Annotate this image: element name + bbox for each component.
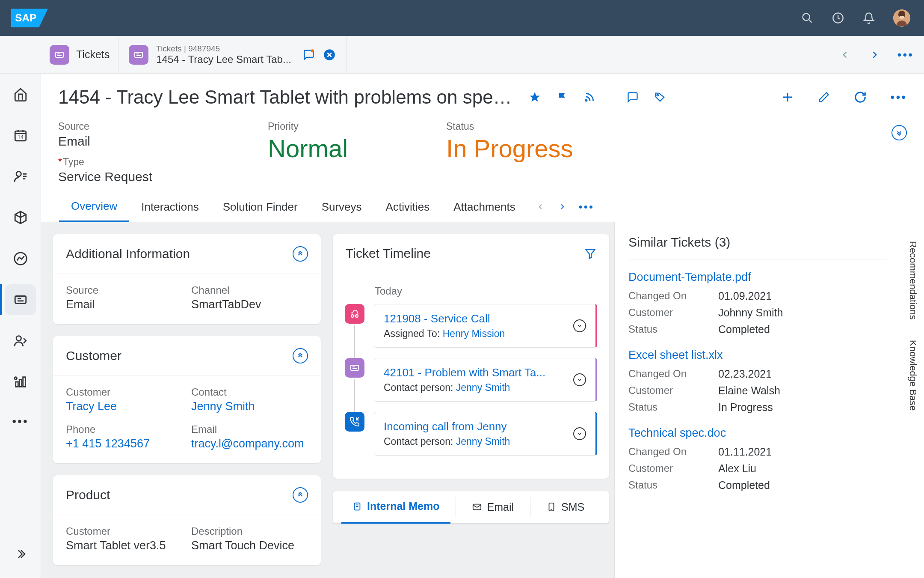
sap-logo[interactable]: SAP <box>11 9 48 27</box>
tab-interactions[interactable]: Interactions <box>129 193 210 221</box>
svg-text:SAP: SAP <box>15 12 36 24</box>
detail-tabs: Overview Interactions Solution Finder Su… <box>41 192 924 222</box>
workspace-tab-bar: Tickets Tickets | 9487945 1454 - Tracy L… <box>0 36 924 74</box>
cust-phone-link[interactable]: +1 415 1234567 <box>66 437 183 450</box>
svg-rect-31 <box>23 377 25 387</box>
tab-tickets-root[interactable]: Tickets <box>41 36 118 73</box>
collapse-button[interactable] <box>293 348 308 363</box>
timeline-item[interactable]: 42101 - Problem with Smart Ta... Contact… <box>374 358 597 402</box>
comment-icon[interactable] <box>627 91 639 103</box>
nav-tickets-icon[interactable] <box>12 291 29 308</box>
nav-more-icon[interactable]: ••• <box>12 414 28 428</box>
tab-next-icon[interactable] <box>868 49 880 61</box>
priority-label: Priority <box>268 121 348 132</box>
nav-contacts-icon[interactable] <box>12 168 29 185</box>
expand-item-button[interactable] <box>573 373 586 386</box>
flag-icon[interactable] <box>556 91 568 103</box>
memo-card: Internal Memo Email SMS <box>333 491 609 524</box>
tab-surveys[interactable]: Surveys <box>310 193 374 221</box>
nav-calendar-icon[interactable]: 14 <box>12 127 29 144</box>
similar-link[interactable]: Excel sheet list.xlx <box>628 349 887 362</box>
additional-info-title: Additional Information <box>66 247 190 261</box>
favorite-star-icon[interactable] <box>529 91 541 103</box>
tab-overview[interactable]: Overview <box>59 192 129 222</box>
add-button[interactable] <box>781 91 794 104</box>
nav-package-icon[interactable] <box>12 209 29 226</box>
tabs-next-icon[interactable] <box>557 202 567 212</box>
cust-customer-link[interactable]: Tracy Lee <box>66 400 183 413</box>
tab-warning-icon[interactable] <box>302 48 315 61</box>
svg-rect-41 <box>351 365 358 370</box>
nav-analytics-icon[interactable] <box>12 250 29 267</box>
nav-chart-icon[interactable] <box>12 373 29 390</box>
priority-value: Normal <box>268 134 348 163</box>
similar-link[interactable]: Document-Template.pdf <box>628 271 887 284</box>
cust-email-label: Email <box>191 423 308 435</box>
app-header: SAP <box>0 0 924 36</box>
svg-point-13 <box>311 49 314 52</box>
incoming-call-icon <box>345 412 364 432</box>
svg-point-2 <box>803 14 810 21</box>
rail-recommendations[interactable]: Recommendations <box>903 231 923 330</box>
cust-email-link[interactable]: tracy.l@company.com <box>191 437 308 450</box>
timeline-contact-link[interactable]: Jenny Smith <box>456 436 510 447</box>
svg-point-34 <box>586 100 587 101</box>
tab-more-icon[interactable]: ••• <box>897 48 914 62</box>
more-actions-button[interactable]: ••• <box>891 90 907 104</box>
memo-tab-internal[interactable]: Internal Memo <box>341 491 450 524</box>
timeline-assignee-link[interactable]: Henry Mission <box>443 328 505 339</box>
timeline-item[interactable]: Incoming call from Jenny Contact person:… <box>374 412 597 456</box>
type-label: Type <box>58 156 152 168</box>
svg-rect-29 <box>15 382 18 387</box>
search-icon[interactable] <box>801 12 814 24</box>
rail-knowledge-base[interactable]: Knowledge Base <box>903 330 923 421</box>
memo-tab-email[interactable]: Email <box>461 491 525 523</box>
memo-tab-sms[interactable]: SMS <box>536 491 595 523</box>
tabs-prev-icon[interactable] <box>536 202 545 212</box>
nav-inbox-icon[interactable] <box>12 332 29 349</box>
source-label: Source <box>58 121 152 132</box>
user-avatar[interactable] <box>893 9 910 27</box>
svg-rect-7 <box>56 52 63 57</box>
service-call-icon <box>345 304 364 324</box>
status-label: Status <box>446 121 573 132</box>
timeline-contact-link[interactable]: Jenny Smith <box>456 382 510 393</box>
product-card: Product Customer Smart Tablet ver3.5 Des… <box>53 475 321 565</box>
similar-tickets-title: Similar Tickets (3) <box>628 235 887 259</box>
tab-solution-finder[interactable]: Solution Finder <box>211 193 310 221</box>
ticket-header: 1454 - Tracy Lee Smart Tablet with probl… <box>41 74 924 192</box>
tab-ticket-detail[interactable]: Tickets | 9487945 1454 - Tracy Lee Smart… <box>118 36 346 73</box>
tickets-icon <box>50 45 69 65</box>
rss-icon[interactable] <box>583 91 595 103</box>
collapse-button[interactable] <box>293 487 308 503</box>
notifications-icon[interactable] <box>862 12 875 24</box>
tab-prev-icon[interactable] <box>839 49 851 61</box>
product-title: Product <box>66 488 110 502</box>
expand-item-button[interactable] <box>573 319 586 332</box>
tab-activities[interactable]: Activities <box>374 193 442 221</box>
prod-customer-label: Customer <box>66 525 183 537</box>
timeline-item-title: 121908 - Service Call <box>384 312 568 325</box>
svg-point-35 <box>657 95 658 96</box>
tab-close-icon[interactable] <box>323 48 336 61</box>
expand-item-button[interactable] <box>573 427 586 440</box>
expand-header-button[interactable] <box>891 125 907 140</box>
edit-button[interactable] <box>818 91 830 103</box>
tag-icon[interactable] <box>654 91 666 103</box>
header-actions <box>801 9 910 27</box>
collapse-button[interactable] <box>293 246 308 262</box>
similar-link[interactable]: Technical spec.doc <box>628 426 887 440</box>
nav-home-icon[interactable] <box>12 86 29 103</box>
nav-expand-icon[interactable] <box>12 545 29 563</box>
tab-root-label: Tickets <box>76 48 110 61</box>
tab-nav: ••• <box>839 48 914 62</box>
cust-contact-link[interactable]: Jenny Smith <box>191 400 308 413</box>
recent-icon[interactable] <box>832 12 844 24</box>
svg-marker-38 <box>586 250 595 259</box>
refresh-button[interactable] <box>854 91 867 104</box>
filter-icon[interactable] <box>584 247 596 259</box>
timeline-item[interactable]: 121908 - Service Call Assigned To: Henry… <box>374 304 597 348</box>
timeline-today-label: Today <box>375 285 597 297</box>
tabs-more-icon[interactable]: ••• <box>579 200 594 214</box>
tab-attachments[interactable]: Attachments <box>441 193 527 221</box>
